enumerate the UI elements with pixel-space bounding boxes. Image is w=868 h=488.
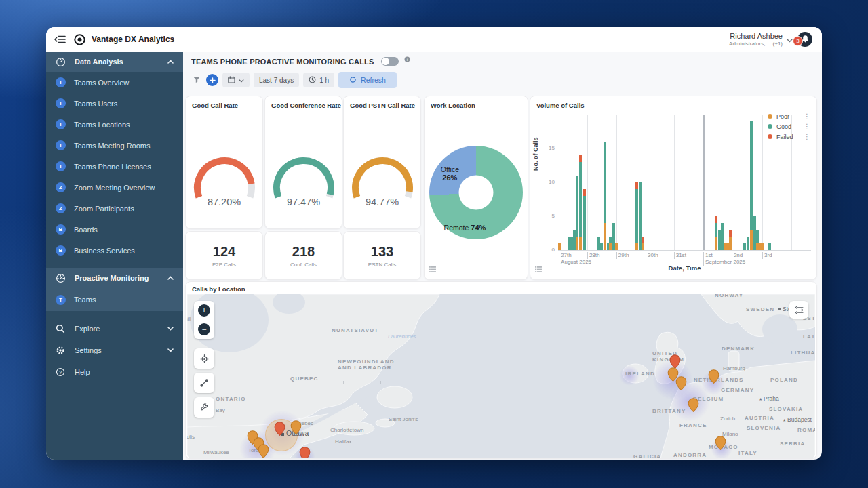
show-data-table-icon[interactable] [429,263,436,275]
bar-segment-poor [762,243,764,250]
chevron-down-icon[interactable] [167,348,174,352]
sidebar-item-label: Help [75,368,175,376]
zoom-in-button[interactable]: + [198,304,210,317]
notification-bell-button[interactable]: 3 [797,32,812,47]
map-layers-button[interactable] [789,301,808,319]
sidebar-item-data-analysis[interactable]: Data Analysis [46,52,183,72]
chevron-up-icon[interactable] [167,276,174,280]
plus-icon [210,74,216,86]
bar-segment-good [756,230,759,243]
kebab-menu-icon[interactable]: ⋮ [804,123,810,130]
app-window: Vantage DX Analytics Richard Ashbee Admi… [46,27,822,460]
sidebar-item-boards[interactable]: BBoards [46,219,183,240]
slice-label-remote: Remote 74% [444,224,486,232]
x-tick-label: 28th [587,252,600,259]
slice-label-office: Office26% [441,165,459,182]
kebab-menu-icon[interactable]: ⋮ [804,133,810,140]
badge-t-icon: T [56,161,66,171]
bar-segment-failed [583,189,586,196]
gridline [587,115,588,250]
sidebar-item-help[interactable]: ?Help [46,361,183,383]
sidebar-item-teams-meeting-rooms[interactable]: TTeams Meeting Rooms [46,135,183,156]
map-pin-poor[interactable] [715,436,726,453]
chevron-up-icon[interactable] [167,60,174,64]
calls-location-map[interactable]: hillNUNATSIAVUTNEWFOUNDLAND AND LABRADOR… [187,294,815,458]
refresh-button[interactable]: Refresh [338,72,397,88]
page-title: TEAMS PHONE PROACTIVE MONITORING CALLS [191,58,374,66]
sidebar-item-settings[interactable]: Settings [46,340,183,361]
card-title: Work Location [425,96,528,109]
sidebar-item-zoom-participants[interactable]: ZZoom Participants [46,198,183,219]
legend-item-poor[interactable]: Poor⋮ [768,111,810,121]
sidebar-item-teams-users[interactable]: TTeams Users [46,93,183,114]
monitoring-toggle[interactable] [381,57,399,66]
sidebar-item-teams-phone-licenses[interactable]: TTeams Phone Licenses [46,156,183,177]
badge-t-icon: T [56,119,66,129]
sidebar-item-teams-locations[interactable]: TTeams Locations [46,114,183,135]
bar-stack [609,237,612,250]
sidebar-item-proactive-monitoring[interactable]: Proactive Monitoring [46,268,183,288]
map-pin-failed[interactable] [274,422,285,439]
map-measure-button[interactable] [194,373,214,393]
bar-segment-good [750,121,753,230]
zoom-out-button[interactable]: − [198,323,210,336]
chevron-down-icon[interactable] [167,327,174,331]
x-tick-label: 31st [674,252,686,259]
sidebar-item-zoom-meeting-overview[interactable]: ZZoom Meeting Overview [46,177,183,198]
kebab-menu-icon[interactable]: ⋮ [804,113,810,120]
card-title: Good Conference Rate [265,96,342,109]
gridline [558,182,811,182]
date-range-chip[interactable]: Last 7 days [254,73,299,87]
bar-segment-poor [558,243,561,250]
legend-label: Failed [776,134,800,140]
map-pin-poor[interactable] [708,369,719,386]
legend-item-good[interactable]: Good⋮ [768,121,810,131]
gauge-card-3: Good PSTN Call Rate94.77% [343,96,421,229]
bar-segment-good [635,189,638,243]
map-pin-poor[interactable] [688,398,699,415]
bar-stack [558,243,561,250]
map-pin-failed[interactable] [299,447,311,458]
add-filter-button[interactable] [206,74,218,86]
calendar-dropdown[interactable] [222,73,250,87]
gridline [558,148,811,148]
map-tools-button[interactable] [194,397,214,418]
map-pin-poor[interactable] [675,376,687,393]
sidebar-collapse-icon[interactable] [54,35,66,44]
bar-segment-poor [609,243,612,250]
map-locate-button[interactable] [194,348,214,369]
stat-card-1: 124P2P Calls [185,231,263,280]
gridline [616,115,617,250]
map-pin-poor[interactable] [290,420,302,437]
badge-b-icon: B [56,245,66,256]
bar-stack [600,243,603,250]
legend-item-failed[interactable]: Failed⋮ [768,131,810,142]
sidebar-item-teams-overview[interactable]: TTeams Overview [46,72,183,93]
stat-value: 218 [292,244,315,260]
card-title: Calls by Location [186,282,816,293]
interval-chip[interactable]: 1 h [303,73,334,87]
x-tick-label: 3rd [762,252,772,259]
sidebar-item-teams[interactable]: TTeams [46,288,183,311]
sidebar-item-explore[interactable]: Explore [46,318,183,340]
map-pin-poor[interactable] [258,444,269,458]
sidebar-item-label: Explore [75,325,167,333]
chart-legend: Poor⋮Good⋮Failed⋮ [768,111,810,142]
show-data-table-icon[interactable] [535,263,542,275]
gridline [762,115,763,250]
filter-button[interactable] [191,73,202,87]
bar-stack [753,216,756,250]
user-menu[interactable]: Richard Ashbee Administrators, ... (+1) … [729,32,812,47]
chevron-down-icon[interactable] [787,33,793,45]
stat-card-2: 218Conf. Calls [264,231,342,280]
gauge-icon [54,273,66,283]
gridline [646,115,646,250]
info-icon[interactable]: i [404,53,410,65]
sidebar-item-business-services[interactable]: BBusiness Services [46,240,183,261]
card-title: Good Call Rate [186,96,262,109]
gauge-value: 87.20% [186,197,262,207]
bar-segment-failed [729,230,732,237]
bar-segment-good [743,243,746,250]
top-bar: Vantage DX Analytics Richard Ashbee Admi… [46,27,822,52]
bar-stack [635,182,638,250]
